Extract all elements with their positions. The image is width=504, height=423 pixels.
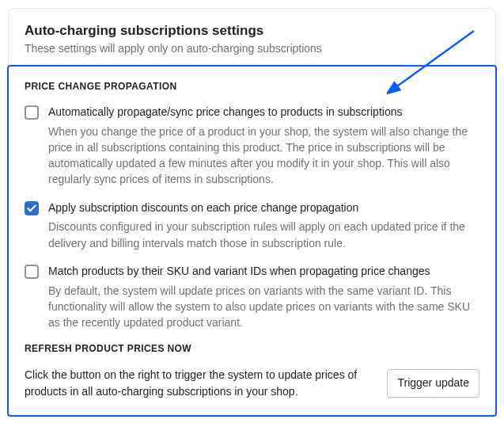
- option-text: Apply subscription discounts on each pri…: [48, 200, 479, 251]
- option-label: Match products by their SKU and variant …: [48, 264, 479, 280]
- card-title: Auto-charging subscriptions settings: [25, 23, 479, 39]
- option-desc: Discounts configured in your subscriptio…: [48, 219, 479, 251]
- section-label-price-change: PRICE CHANGE PROPAGATION: [25, 81, 479, 92]
- card-header: Auto-charging subscriptions settings The…: [9, 9, 495, 67]
- option-match-by-sku: Match products by their SKU and variant …: [25, 264, 479, 330]
- option-label: Apply subscription discounts on each pri…: [48, 200, 479, 216]
- section-label-refresh: REFRESH PRODUCT PRICES NOW: [25, 343, 479, 354]
- option-label: Automatically propagate/sync price chang…: [48, 105, 479, 120]
- refresh-desc: Click the button on the right to trigger…: [25, 367, 376, 399]
- option-desc: When you change the price of a product i…: [48, 124, 479, 188]
- option-desc: By default, the system will update price…: [48, 283, 479, 331]
- checkbox-apply-discounts[interactable]: [25, 201, 39, 215]
- option-auto-propagate: Automatically propagate/sync price chang…: [25, 105, 479, 188]
- checkbox-auto-propagate[interactable]: [25, 105, 39, 120]
- option-text: Match products by their SKU and variant …: [48, 264, 479, 330]
- checkbox-match-by-sku[interactable]: [25, 265, 39, 279]
- price-change-section: PRICE CHANGE PROPAGATION Automatically p…: [9, 67, 495, 415]
- card-subtitle: These settings will apply only on auto-c…: [25, 42, 479, 55]
- refresh-row: Click the button on the right to trigger…: [25, 367, 479, 399]
- option-apply-discounts: Apply subscription discounts on each pri…: [25, 200, 479, 251]
- option-text: Automatically propagate/sync price chang…: [48, 105, 479, 188]
- trigger-update-button[interactable]: Trigger update: [387, 369, 479, 398]
- settings-card: Auto-charging subscriptions settings The…: [8, 8, 496, 416]
